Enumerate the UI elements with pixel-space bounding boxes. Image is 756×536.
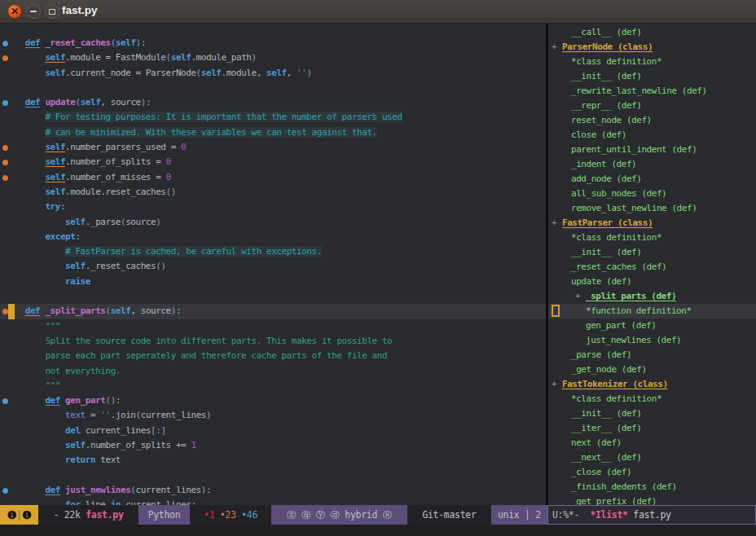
encoding-segment[interactable]: unix | 2 bbox=[491, 505, 547, 525]
code-line[interactable]: not everything. bbox=[0, 364, 546, 379]
code-line[interactable]: # For testing purposes: It is important … bbox=[0, 110, 546, 125]
imenu-entry[interactable]: _close (def) bbox=[548, 465, 756, 480]
code-line[interactable]: Split the source code into different par… bbox=[0, 334, 546, 349]
expand-icon[interactable]: + bbox=[575, 289, 580, 304]
imenu-entry[interactable]: remove_last_newline (def) bbox=[548, 201, 756, 216]
code-line[interactable]: self.current_node = ParserNode(self.modu… bbox=[0, 66, 546, 81]
code-line[interactable]: def gen_part(): bbox=[0, 393, 546, 408]
imenu-list-panel[interactable]: __call__ (def)+ParserNode (class)*class … bbox=[548, 24, 756, 505]
code-line[interactable]: """ bbox=[0, 319, 546, 334]
code-line[interactable]: text = ''.join(current_lines) bbox=[0, 408, 546, 423]
code-token: ) bbox=[252, 52, 257, 63]
code-line[interactable]: for line in current_lines: bbox=[0, 498, 546, 505]
imenu-entry[interactable]: _rewrite_last_newline (def) bbox=[548, 84, 756, 99]
imenu-entry[interactable]: _indent (def) bbox=[548, 157, 756, 172]
imenu-entry[interactable]: __call__ (def) bbox=[548, 25, 756, 40]
imenu-entry[interactable]: __next__ (def) bbox=[548, 450, 756, 465]
code-line[interactable]: self.number_of_misses = 0 bbox=[0, 170, 546, 185]
code-line[interactable] bbox=[0, 468, 546, 483]
minimize-button[interactable] bbox=[26, 4, 41, 19]
code-token: current_lines: bbox=[121, 499, 196, 505]
code-line[interactable]: """ bbox=[0, 379, 546, 393]
imenu-entry[interactable]: +FastParser (class) bbox=[548, 216, 756, 231]
buffer-info-segment[interactable]: - 22k fast.py bbox=[38, 505, 138, 525]
imenu-entry[interactable]: gen_part (def) bbox=[548, 319, 756, 333]
imenu-entry[interactable]: next (def) bbox=[548, 436, 756, 450]
code-token: ._parse bbox=[86, 217, 121, 227]
code-token: 0 bbox=[181, 142, 186, 152]
code-line[interactable]: self.module.reset_caches() bbox=[0, 185, 546, 200]
code-token: line bbox=[81, 499, 111, 505]
code-line[interactable]: def just_newlines(current_lines): bbox=[0, 483, 546, 498]
imenu-entry[interactable]: __init__ (def) bbox=[548, 406, 756, 421]
imenu-entry[interactable]: *class definition* bbox=[548, 392, 756, 406]
expand-icon[interactable]: + bbox=[552, 377, 556, 392]
code-token bbox=[5, 52, 45, 63]
imenu-entry[interactable]: _get_prefix (def) bbox=[548, 494, 756, 505]
code-line[interactable]: self._parse(source) bbox=[0, 215, 546, 230]
imenu-entry[interactable]: all_sub_nodes (def) bbox=[548, 187, 756, 201]
imenu-entry[interactable]: *function definition* bbox=[548, 304, 756, 319]
imenu-entry[interactable]: close (def) bbox=[548, 128, 756, 143]
version-control-segment[interactable]: Git-master bbox=[407, 505, 491, 525]
minor-modes-segment[interactable]: ⓢ ⓐ ⓨ ⓓ hybrid Ⓚ bbox=[271, 505, 407, 525]
imenu-entry-label: *class definition* bbox=[548, 55, 662, 69]
imenu-entry[interactable]: add_node (def) bbox=[548, 172, 756, 187]
imenu-entry[interactable]: __repr__ (def) bbox=[548, 99, 756, 113]
buffer-name[interactable]: *Ilist* bbox=[590, 509, 627, 521]
expand-icon[interactable]: + bbox=[552, 40, 556, 55]
imenu-entry[interactable]: update (def) bbox=[548, 275, 756, 289]
imenu-entry[interactable]: reset_node (def) bbox=[548, 113, 756, 128]
code-line[interactable]: def _reset_caches(self): bbox=[0, 36, 546, 51]
major-mode-segment[interactable]: Python bbox=[138, 505, 190, 525]
imenu-entry[interactable]: +_split_parts (def) bbox=[548, 289, 756, 304]
modeline-text: ⓢ ⓐ ⓨ ⓓ hybrid Ⓚ bbox=[287, 509, 392, 521]
code-line[interactable]: except: bbox=[0, 230, 546, 244]
code-token bbox=[5, 499, 65, 505]
echo-area[interactable] bbox=[0, 525, 756, 536]
code-line[interactable] bbox=[0, 289, 546, 304]
imenu-entry[interactable]: parent_until_indent (def) bbox=[548, 143, 756, 157]
code-line[interactable]: self.number_of_splits += 1 bbox=[0, 438, 546, 453]
imenu-entry[interactable]: _finish_dedents (def) bbox=[548, 480, 756, 494]
imenu-entry[interactable]: *class definition* bbox=[548, 55, 756, 69]
titlebar[interactable]: ✕ fast.py bbox=[0, 0, 756, 24]
imenu-entry-label: reset_node (def) bbox=[548, 113, 652, 128]
code-line[interactable] bbox=[0, 81, 546, 95]
code-token: ) bbox=[306, 68, 311, 78]
imenu-entry[interactable]: _reset_caches (def) bbox=[548, 260, 756, 275]
code-line[interactable]: return text bbox=[0, 453, 546, 468]
buffer-status: U:%*- bbox=[552, 509, 590, 521]
imenu-entry[interactable]: __init__ (def) bbox=[548, 245, 756, 260]
imenu-entry-label: all_sub_nodes (def) bbox=[548, 187, 666, 201]
code-line[interactable]: self._reset_caches() bbox=[0, 259, 546, 274]
code-line[interactable]: raise bbox=[0, 275, 546, 289]
code-line[interactable]: def _split_parts(self, source): bbox=[0, 304, 546, 319]
code-line[interactable]: self.number_parsers_used = 0 bbox=[0, 140, 546, 155]
code-line[interactable]: # FastParser is cached, be careful with … bbox=[0, 244, 546, 259]
flycheck-segment[interactable]: •1 •23 •46 bbox=[190, 505, 271, 525]
code-token: () bbox=[106, 395, 116, 406]
imenu-entry[interactable]: __iter__ (def) bbox=[548, 421, 756, 436]
imenu-entry[interactable]: __init__ (def) bbox=[548, 69, 756, 84]
imenu-entry-label: __next__ (def) bbox=[548, 450, 641, 465]
code-editor[interactable]: def _reset_caches(self): self.module = F… bbox=[0, 24, 546, 505]
code-line[interactable]: try: bbox=[0, 200, 546, 214]
imenu-entry[interactable]: *class definition* bbox=[548, 231, 756, 245]
imenu-entry[interactable]: just_newlines (def) bbox=[548, 333, 756, 348]
code-line[interactable]: parse each part seperately and therefore… bbox=[0, 349, 546, 363]
expand-icon[interactable]: + bbox=[552, 216, 556, 231]
code-line[interactable]: # can be minimized. With these variables… bbox=[0, 125, 546, 140]
window-number-segment[interactable]: ❶|❶ bbox=[0, 505, 38, 525]
close-button[interactable]: ✕ bbox=[7, 4, 22, 19]
modeline-imenu[interactable]: U:%*- *Ilist* fast.py bbox=[547, 505, 756, 525]
imenu-entry[interactable]: +FastTokenizer (class) bbox=[548, 377, 756, 392]
imenu-entry[interactable]: _parse (def) bbox=[548, 348, 756, 362]
code-line[interactable]: del current_lines[:] bbox=[0, 424, 546, 438]
code-line[interactable]: self.module = FastModule(self.module_pat… bbox=[0, 51, 546, 65]
imenu-entry[interactable]: +ParserNode (class) bbox=[548, 40, 756, 55]
code-line[interactable]: self.number_of_splits = 0 bbox=[0, 155, 546, 169]
imenu-entry[interactable]: _get_node (def) bbox=[548, 362, 756, 377]
maximize-button[interactable] bbox=[45, 4, 59, 19]
code-line[interactable]: def update(self, source): bbox=[0, 95, 546, 110]
